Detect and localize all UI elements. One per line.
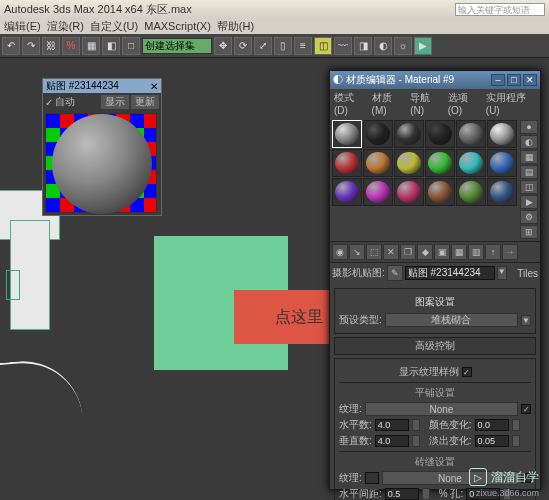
search-input[interactable]: 输入关键字或短语 xyxy=(455,3,545,16)
close-button[interactable]: ✕ xyxy=(523,74,537,86)
background-button[interactable]: ▦ xyxy=(520,150,538,164)
colvar-spinner[interactable]: 0.0 xyxy=(475,419,509,431)
options-button[interactable]: ⚙ xyxy=(520,210,538,224)
map-preview-panel[interactable]: 贴图 #23144234 ✕ ✓ 自动 显示 更新 xyxy=(42,78,162,216)
snap-button[interactable]: ▦ xyxy=(82,37,100,55)
link-button[interactable]: ⛓ xyxy=(42,37,60,55)
get-material-button[interactable]: ◉ xyxy=(332,244,348,260)
scale-button[interactable]: ⤢ xyxy=(254,37,272,55)
chevron-down-icon[interactable]: ▼ xyxy=(521,315,531,326)
material-editor-button[interactable]: ◐ xyxy=(374,37,392,55)
spinner-btn[interactable] xyxy=(412,419,420,431)
material-swatch[interactable] xyxy=(332,178,362,206)
hcount-spinner[interactable]: 4.0 xyxy=(375,419,409,431)
align-button[interactable]: ≡ xyxy=(294,37,312,55)
material-swatch[interactable] xyxy=(425,178,455,206)
reset-button[interactable]: ✕ xyxy=(383,244,399,260)
material-swatch[interactable] xyxy=(332,149,362,177)
undo-button[interactable]: ↶ xyxy=(2,37,20,55)
put-to-scene-button[interactable]: ↘ xyxy=(349,244,365,260)
sample-type-button[interactable]: ● xyxy=(520,120,538,134)
material-swatch[interactable] xyxy=(332,120,362,148)
mirror-button[interactable]: ▯ xyxy=(274,37,292,55)
selection-set-dropdown[interactable]: 创建选择集 xyxy=(142,38,212,54)
material-swatch[interactable] xyxy=(456,149,486,177)
material-swatch[interactable] xyxy=(456,178,486,206)
tab-display[interactable]: 显示 xyxy=(101,95,129,109)
spinner-btn[interactable] xyxy=(412,435,420,447)
material-swatch[interactable] xyxy=(363,178,393,206)
make-copy-button[interactable]: ❐ xyxy=(400,244,416,260)
fade-spinner[interactable]: 0.05 xyxy=(475,435,509,447)
percent-button[interactable]: % xyxy=(62,37,80,55)
material-swatch[interactable] xyxy=(363,149,393,177)
material-swatch[interactable] xyxy=(487,120,517,148)
render-setup-button[interactable]: ☼ xyxy=(394,37,412,55)
uv-tile-button[interactable]: ▤ xyxy=(520,165,538,179)
main-menu: 编辑(E) 渲染(R) 自定义(U) MAXScript(X) 帮助(H) xyxy=(0,18,549,34)
assign-button[interactable]: ⬚ xyxy=(366,244,382,260)
tab-update[interactable]: 更新 xyxy=(131,95,159,109)
menu-maxscript[interactable]: MAXScript(X) xyxy=(144,20,211,32)
menu-material[interactable]: 材质(M) xyxy=(372,91,405,116)
show-map-button[interactable]: ▦ xyxy=(451,244,467,260)
show-end-button[interactable]: ▥ xyxy=(468,244,484,260)
texture-slot[interactable]: None xyxy=(365,402,518,416)
move-button[interactable]: ✥ xyxy=(214,37,232,55)
material-swatch[interactable] xyxy=(394,178,424,206)
texture-enable-checkbox[interactable]: ✓ xyxy=(521,404,531,414)
go-forward-button[interactable]: → xyxy=(502,244,518,260)
material-swatch[interactable] xyxy=(425,120,455,148)
material-swatch[interactable] xyxy=(487,149,517,177)
map-name-input[interactable] xyxy=(405,266,495,280)
curve-editor-button[interactable]: 〰 xyxy=(334,37,352,55)
schematic-button[interactable]: ◨ xyxy=(354,37,372,55)
vcount-spinner[interactable]: 4.0 xyxy=(375,435,409,447)
material-swatch[interactable] xyxy=(456,120,486,148)
layer-button[interactable]: ◫ xyxy=(314,37,332,55)
menu-mode[interactable]: 模式(D) xyxy=(334,91,366,116)
material-swatch[interactable] xyxy=(394,120,424,148)
select-by-mat-button[interactable]: ⊞ xyxy=(520,225,538,239)
panel-title[interactable]: 贴图 #23144234 ✕ xyxy=(43,79,161,93)
preview-button[interactable]: ▶ xyxy=(520,195,538,209)
dropdown-icon[interactable]: ▼ xyxy=(497,266,507,280)
make-unique-button[interactable]: ◆ xyxy=(417,244,433,260)
menu-edit[interactable]: 编辑(E) xyxy=(4,19,41,34)
video-check-button[interactable]: ◫ xyxy=(520,180,538,194)
menu-help[interactable]: 帮助(H) xyxy=(217,19,254,34)
preset-dropdown[interactable]: 堆栈砌合 xyxy=(385,313,518,327)
rotate-button[interactable]: ⟳ xyxy=(234,37,252,55)
menu-util[interactable]: 实用程序(U) xyxy=(486,91,536,116)
advanced-rollout-header[interactable]: 高级控制 xyxy=(334,337,536,355)
go-parent-button[interactable]: ↑ xyxy=(485,244,501,260)
picker-icon[interactable]: ✎ xyxy=(387,265,403,281)
spinner-btn[interactable] xyxy=(512,419,520,431)
material-swatch[interactable] xyxy=(487,178,517,206)
auto-checkbox[interactable]: ✓ xyxy=(45,97,53,108)
hgap-spinner[interactable]: 0.5 xyxy=(385,488,419,500)
tool-a[interactable]: ◧ xyxy=(102,37,120,55)
menu-render[interactable]: 渲染(R) xyxy=(47,19,84,34)
menu-custom[interactable]: 自定义(U) xyxy=(90,19,138,34)
menu-nav[interactable]: 导航(N) xyxy=(410,91,442,116)
material-swatch[interactable] xyxy=(394,149,424,177)
tool-b[interactable]: □ xyxy=(122,37,140,55)
spinner-btn[interactable] xyxy=(422,488,430,500)
minimize-button[interactable]: – xyxy=(491,74,505,86)
put-to-lib-button[interactable]: ▣ xyxy=(434,244,450,260)
render-button[interactable]: ▶ xyxy=(414,37,432,55)
material-swatch[interactable] xyxy=(363,120,393,148)
show-sample-checkbox[interactable]: ✓ xyxy=(462,367,472,377)
gap-color-swatch[interactable] xyxy=(365,472,379,484)
window-titlebar[interactable]: ◐ 材质编辑器 - Material #9 – □ ✕ xyxy=(330,71,540,89)
menu-opts[interactable]: 选项(O) xyxy=(448,91,480,116)
spinner-btn[interactable] xyxy=(512,435,520,447)
material-swatch[interactable] xyxy=(425,149,455,177)
maximize-button[interactable]: □ xyxy=(507,74,521,86)
redo-button[interactable]: ↷ xyxy=(22,37,40,55)
close-icon[interactable]: ✕ xyxy=(150,81,158,92)
backlight-button[interactable]: ◐ xyxy=(520,135,538,149)
window-title: 材质编辑器 - Material #9 xyxy=(346,74,454,85)
material-editor-window[interactable]: ◐ 材质编辑器 - Material #9 – □ ✕ 模式(D) 材质(M) … xyxy=(329,70,541,490)
